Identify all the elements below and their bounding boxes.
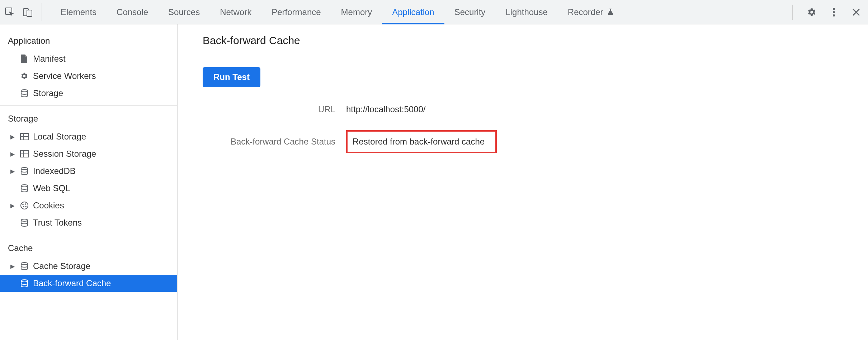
tab-label: Performance (272, 7, 321, 17)
tab-label: Application (392, 7, 434, 17)
sidebar-item-label: Manifest (33, 54, 66, 64)
tab-lighthouse[interactable]: Lighthouse (495, 0, 557, 24)
sidebar-item-local-storage[interactable]: ▸ Local Storage (0, 128, 177, 145)
gear-icon (19, 72, 29, 80)
tab-console[interactable]: Console (107, 0, 158, 24)
sidebar-item-label: IndexedDB (33, 166, 76, 176)
sidebar-group-header: Application (0, 29, 177, 50)
status-value: Restored from back-forward cache (346, 130, 497, 153)
devtools-body: Application ▸ Manifest ▸ Service Workers… (0, 24, 868, 340)
devtools-tabbar: Elements Console Sources Network Perform… (0, 0, 868, 24)
tab-label: Console (117, 7, 148, 17)
svg-point-20 (21, 219, 28, 221)
sidebar-item-label: Trust Tokens (33, 218, 82, 228)
tab-label: Elements (61, 7, 96, 17)
svg-point-18 (23, 206, 24, 207)
application-sidebar: Application ▸ Manifest ▸ Service Workers… (0, 24, 178, 340)
tab-security[interactable]: Security (444, 0, 496, 24)
database-icon (19, 219, 29, 227)
tab-sources[interactable]: Sources (158, 0, 210, 24)
tab-label: Network (220, 7, 251, 17)
grid-icon (19, 133, 29, 140)
sidebar-item-label: Local Storage (33, 132, 86, 142)
svg-point-16 (22, 204, 24, 205)
tab-label: Security (454, 7, 486, 17)
expand-arrow-icon[interactable]: ▸ (9, 200, 16, 211)
svg-point-3 (833, 8, 835, 10)
svg-point-14 (21, 185, 28, 187)
file-icon (19, 55, 29, 63)
database-icon (19, 89, 29, 97)
tab-label: Memory (341, 7, 372, 17)
sidebar-item-label: Cookies (33, 200, 64, 211)
sidebar-item-indexeddb[interactable]: ▸ IndexedDB (0, 162, 177, 180)
svg-point-17 (25, 203, 26, 205)
group-separator (0, 105, 177, 106)
divider (792, 5, 793, 20)
database-icon (19, 279, 29, 287)
run-test-button[interactable]: Run Test (203, 67, 260, 87)
sidebar-item-trust-tokens[interactable]: ▸ Trust Tokens (0, 214, 177, 231)
svg-point-4 (833, 11, 835, 13)
content-area: Run Test URL http://localhost:5000/ Back… (178, 56, 868, 164)
database-icon (19, 262, 29, 270)
svg-point-13 (21, 167, 28, 170)
sidebar-item-service-workers[interactable]: ▸ Service Workers (0, 67, 177, 85)
key-value-grid: URL http://localhost:5000/ Back-forward … (203, 104, 843, 153)
database-icon (19, 167, 29, 175)
sidebar-item-label: Storage (33, 88, 63, 98)
inspect-element-icon[interactable] (4, 7, 15, 18)
tab-label: Recorder (568, 7, 603, 17)
database-icon (19, 184, 29, 192)
tabbar-left-icons (4, 3, 42, 21)
tab-elements[interactable]: Elements (51, 0, 107, 24)
tabs-row: Elements Console Sources Network Perform… (51, 0, 783, 24)
grid-icon (19, 151, 29, 157)
tab-memory[interactable]: Memory (331, 0, 382, 24)
sidebar-group-header: Cache (0, 237, 177, 258)
sidebar-item-label: Back-forward Cache (33, 278, 111, 288)
expand-arrow-icon[interactable]: ▸ (9, 132, 16, 142)
expand-arrow-icon[interactable]: ▸ (9, 261, 16, 271)
sidebar-item-label: Session Storage (33, 149, 96, 159)
sidebar-item-websql[interactable]: ▸ Web SQL (0, 180, 177, 197)
svg-point-6 (21, 90, 28, 92)
sidebar-item-label: Service Workers (33, 71, 96, 81)
svg-point-19 (25, 206, 27, 207)
svg-point-21 (21, 263, 28, 265)
status-label: Back-forward Cache Status (231, 137, 346, 147)
sidebar-item-manifest[interactable]: ▸ Manifest (0, 50, 177, 67)
url-value: http://localhost:5000/ (346, 104, 843, 114)
sidebar-item-cache-storage[interactable]: ▸ Cache Storage (0, 258, 177, 275)
sidebar-item-label: Web SQL (33, 183, 70, 193)
expand-arrow-icon[interactable]: ▸ (9, 166, 16, 176)
page-title: Back-forward Cache (178, 24, 868, 56)
svg-rect-2 (27, 10, 32, 16)
sidebar-item-storage[interactable]: ▸ Storage (0, 85, 177, 102)
sidebar-item-label: Cache Storage (33, 261, 90, 271)
device-toolbar-icon[interactable] (22, 7, 33, 18)
sidebar-item-cookies[interactable]: ▸ Cookies (0, 197, 177, 214)
tab-label: Sources (168, 7, 200, 17)
svg-point-5 (833, 14, 835, 16)
sidebar-group-header: Storage (0, 107, 177, 128)
settings-icon[interactable] (806, 7, 817, 18)
expand-arrow-icon[interactable]: ▸ (9, 149, 16, 159)
tab-network[interactable]: Network (210, 0, 261, 24)
svg-point-15 (21, 202, 28, 209)
cookie-icon (19, 202, 29, 209)
beaker-icon (607, 7, 614, 17)
svg-point-22 (21, 280, 28, 282)
tab-performance[interactable]: Performance (261, 0, 331, 24)
group-separator (0, 235, 177, 235)
tab-label: Lighthouse (505, 7, 547, 17)
close-icon[interactable] (851, 7, 862, 18)
tab-application[interactable]: Application (382, 0, 444, 24)
more-icon[interactable] (829, 7, 839, 18)
tab-recorder[interactable]: Recorder (558, 0, 624, 24)
sidebar-item-bfcache[interactable]: ▸ Back-forward Cache (0, 275, 177, 292)
status-value-wrapper: Restored from back-forward cache (346, 130, 843, 153)
main-panel: Back-forward Cache Run Test URL http://l… (178, 24, 868, 340)
sidebar-item-session-storage[interactable]: ▸ Session Storage (0, 145, 177, 162)
url-label: URL (318, 104, 346, 114)
